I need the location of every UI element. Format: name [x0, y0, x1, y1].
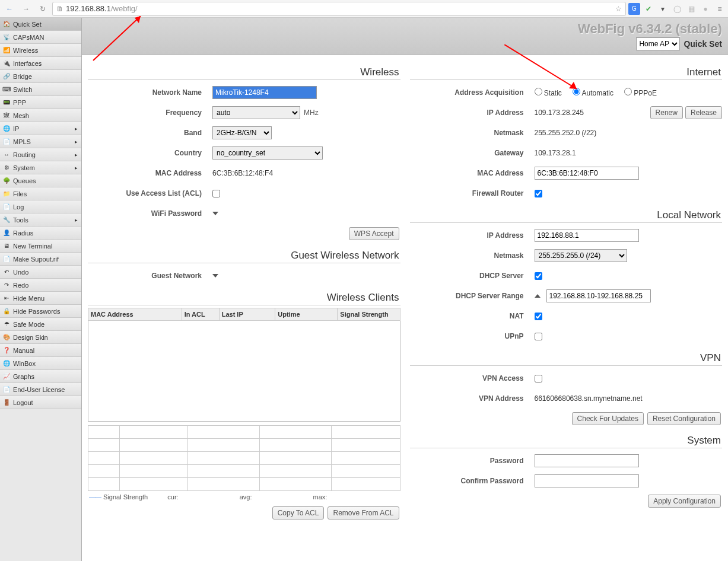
- sidebar-item-log[interactable]: 📄Log: [0, 200, 81, 213]
- sidebar-item-system[interactable]: ⚙System▸: [0, 161, 81, 174]
- sidebar-item-label: Tools: [13, 216, 28, 224]
- sidebar-item-ppp[interactable]: 📟PPP: [0, 96, 81, 109]
- sidebar-item-design-skin[interactable]: 🎨Design Skin: [0, 331, 81, 344]
- signal-legend: ——Signal Strength cur: avg: max:: [88, 491, 400, 503]
- acl-checkbox[interactable]: [212, 190, 220, 197]
- sidebar-item-label: Safe Mode: [13, 321, 44, 328]
- forward-button[interactable]: →: [19, 2, 33, 16]
- mode-select[interactable]: Home AP: [636, 37, 680, 50]
- signal-grid: [88, 425, 400, 491]
- acq-static[interactable]: Static: [535, 88, 562, 97]
- mesh-icon: 🕸: [2, 111, 11, 120]
- sidebar-item-wireless[interactable]: 📶Wireless: [0, 44, 81, 57]
- sidebar-item-files[interactable]: 📁Files: [0, 187, 81, 200]
- log-icon: 📄: [2, 203, 11, 211]
- sidebar-item-label: Interfaces: [13, 60, 42, 67]
- sidebar-item-undo[interactable]: ↶Undo: [0, 266, 81, 279]
- country-select[interactable]: no_country_set: [212, 146, 323, 160]
- ext-icon-2[interactable]: ▦: [685, 3, 697, 15]
- sidebar-item-interfaces[interactable]: 🔌Interfaces: [0, 57, 81, 70]
- pocket-icon[interactable]: ▾: [657, 3, 669, 15]
- sidebar-item-winbox[interactable]: 🌐WinBox: [0, 357, 81, 370]
- files-icon: 📁: [2, 190, 11, 198]
- sidebar-item-safe-mode[interactable]: ☂Safe Mode: [0, 318, 81, 331]
- vpn-address: 661606680638.sn.mynetname.net: [535, 394, 643, 403]
- acq-automatic[interactable]: Automatic: [573, 88, 613, 97]
- password-input[interactable]: [535, 454, 639, 467]
- extension-icons: G ✔ ▾ ◯ ▦ ● ≡: [628, 3, 726, 15]
- sidebar-item-label: Redo: [13, 282, 28, 289]
- sidebar-item-logout[interactable]: 🚪Logout: [0, 396, 81, 409]
- remove-from-acl-button[interactable]: Remove From ACL: [328, 506, 399, 519]
- sidebar-item-hide-menu[interactable]: ⇤Hide Menu: [0, 292, 81, 305]
- wifi-password-expand[interactable]: [212, 212, 218, 215]
- frequency-select[interactable]: auto: [212, 106, 300, 119]
- sidebar-item-queues[interactable]: 🌳Queues: [0, 174, 81, 187]
- sidebar-item-label: Quick Set: [13, 21, 42, 28]
- dhcp-server-checkbox[interactable]: [535, 272, 542, 280]
- sidebar-item-label: Manual: [13, 347, 34, 354]
- sidebar-item-label: Routing: [13, 151, 36, 158]
- dhcp-range-input[interactable]: [546, 289, 651, 302]
- reset-config-button[interactable]: Reset Configuration: [647, 412, 721, 425]
- network-name-input[interactable]: [212, 86, 317, 99]
- dhcp-range-collapse[interactable]: [535, 294, 541, 298]
- band-select[interactable]: 2GHz-B/G/N: [212, 126, 272, 139]
- check-icon[interactable]: ✔: [643, 3, 654, 15]
- url-bar[interactable]: 🗎 192.168.88.1/webfig/ ☆: [52, 2, 626, 16]
- winbox-icon: 🌐: [2, 359, 11, 368]
- sidebar-item-end-user-license[interactable]: 📄End-User License: [0, 383, 81, 396]
- vpn-access-checkbox[interactable]: [535, 375, 542, 383]
- ext-icon-1[interactable]: ◯: [671, 3, 683, 15]
- sidebar-item-new-terminal[interactable]: 🖥New Terminal: [0, 240, 81, 253]
- acq-pppoe[interactable]: PPPoE: [624, 88, 657, 97]
- sidebar-item-label: Design Skin: [13, 334, 48, 341]
- page-title: Quick Set: [684, 39, 722, 49]
- sidebar-item-label: Switch: [13, 86, 32, 93]
- apply-config-button[interactable]: Apply Configuration: [648, 495, 721, 508]
- sidebar-item-hide-passwords[interactable]: 🔒Hide Passwords: [0, 305, 81, 318]
- sidebar-item-quick-set[interactable]: 🏠Quick Set: [0, 18, 81, 31]
- nat-checkbox[interactable]: [535, 313, 542, 320]
- check-updates-button[interactable]: Check For Updates: [572, 412, 644, 425]
- confirm-password-input[interactable]: [535, 474, 639, 487]
- firewall-checkbox[interactable]: [535, 190, 542, 197]
- sidebar-item-mesh[interactable]: 🕸Mesh: [0, 109, 81, 122]
- sidebar-item-label: WinBox: [13, 360, 36, 367]
- sidebar-item-radius[interactable]: 👤Radius: [0, 227, 81, 240]
- sidebar-item-manual[interactable]: ❓Manual: [0, 344, 81, 357]
- sidebar-item-switch[interactable]: ⌨Switch: [0, 83, 81, 96]
- sidebar-item-redo[interactable]: ↷Redo: [0, 279, 81, 292]
- wps-accept-button[interactable]: WPS Accept: [349, 227, 399, 240]
- menu-icon[interactable]: ≡: [714, 3, 726, 15]
- section-wireless: Wireless: [88, 60, 400, 80]
- star-icon[interactable]: ☆: [615, 5, 622, 13]
- sidebar-item-ip[interactable]: 🌐IP▸: [0, 122, 81, 135]
- sidebar-item-mpls[interactable]: 📄MPLS▸: [0, 135, 81, 148]
- release-button[interactable]: Release: [685, 106, 722, 119]
- ext-icon-3[interactable]: ●: [700, 3, 711, 15]
- renew-button[interactable]: Renew: [650, 106, 683, 119]
- sidebar-item-graphs[interactable]: 📈Graphs: [0, 370, 81, 383]
- guest-network-expand[interactable]: [212, 274, 218, 278]
- back-button[interactable]: ←: [2, 2, 17, 16]
- lan-ip-input[interactable]: [535, 229, 639, 242]
- app-version: WebFig v6.34.2 (stable): [578, 21, 722, 37]
- manual-icon: ❓: [2, 346, 11, 355]
- section-internet: Internet: [410, 60, 723, 80]
- lan-netmask-select[interactable]: 255.255.255.0 (/24): [535, 249, 627, 262]
- sidebar-item-bridge[interactable]: 🔗Bridge: [0, 70, 81, 83]
- reload-button[interactable]: ↻: [36, 2, 50, 16]
- sidebar-item-routing[interactable]: ↔Routing▸: [0, 148, 81, 161]
- capsman-icon: 📡: [2, 33, 11, 42]
- upnp-checkbox[interactable]: [535, 333, 542, 340]
- sidebar-item-capsman[interactable]: 📡CAPsMAN: [0, 31, 81, 44]
- internet-mac-input[interactable]: [535, 167, 639, 180]
- sidebar-item-label: End-User License: [13, 386, 65, 393]
- sidebar-item-make-supout-rif[interactable]: 📄Make Supout.rif: [0, 253, 81, 266]
- submenu-arrow-icon: ▸: [75, 217, 78, 223]
- sidebar-item-tools[interactable]: 🔧Tools▸: [0, 213, 81, 227]
- translate-icon[interactable]: G: [628, 3, 640, 15]
- sidebar-item-label: Queues: [13, 177, 36, 184]
- copy-to-acl-button[interactable]: Copy To ACL: [272, 506, 325, 519]
